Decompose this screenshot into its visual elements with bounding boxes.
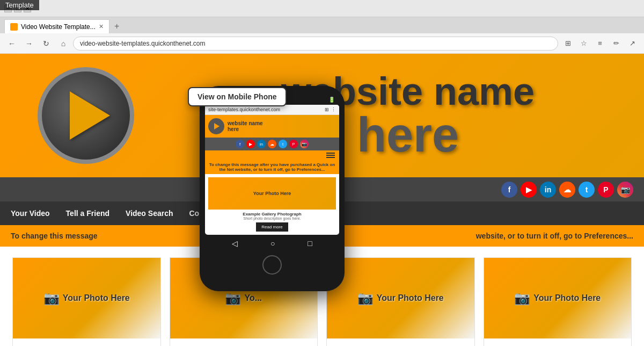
nav-video-galleries[interactable]: Video Galleries ▼ xyxy=(254,209,318,218)
refresh-button[interactable]: ↻ xyxy=(39,36,54,51)
gallery: 📷 Your Photo Here Example Gallery Photog… xyxy=(0,247,644,346)
camera-icon-3: 📷 xyxy=(357,291,374,306)
tab-label: Video Website Template... xyxy=(21,23,96,31)
linkedin-icon[interactable]: in xyxy=(540,182,556,198)
twitter-icon[interactable]: t xyxy=(579,182,595,198)
active-tab[interactable]: Video Website Template... ✕ xyxy=(4,19,109,33)
promo-bar: To change this message website, or to tu… xyxy=(0,225,644,247)
instagram-icon[interactable]: 📷 xyxy=(617,182,633,198)
site-title: website name here xyxy=(281,72,535,159)
gallery-item-2: 📷 Yo... Exam... Short pho... Read more xyxy=(170,257,318,346)
page-content: website name here f ▶ in ☁ t P 📷 Your Vi… xyxy=(0,54,644,346)
gallery-item: 📷 Your Photo Here Example Gallery Photog… xyxy=(12,257,161,346)
dropdown-arrow-icon: ▼ xyxy=(310,209,318,218)
address-text: video-website-templates.quickonthenet.co… xyxy=(80,40,205,47)
browser-chrome: ─ □ ✕ Video Website Template... ✕ + ← → … xyxy=(0,0,644,54)
share-icon[interactable]: ↗ xyxy=(625,36,640,51)
gallery-photo-1: 📷 Your Photo Here xyxy=(13,258,160,338)
promo-text-end: website, or to turn it off, go to Prefer… xyxy=(476,232,633,240)
site-title-line1: website name xyxy=(281,70,535,113)
camera-icon-2: 📷 xyxy=(225,291,241,306)
bookmark-icon[interactable]: ☆ xyxy=(576,36,591,51)
pinterest-icon[interactable]: P xyxy=(598,182,614,198)
site-nav: Your Video Tell a Friend Video Search Co… xyxy=(0,201,644,225)
promo-text: To change this message xyxy=(11,232,98,240)
gallery-photo-4: 📷 Your Photo Here xyxy=(484,258,632,338)
nav-tell-a-friend[interactable]: Tell a Friend xyxy=(66,209,109,218)
nav-video-search[interactable]: Video Search xyxy=(126,209,173,218)
photo-placeholder-1: Your Photo Here xyxy=(63,293,130,303)
social-bar: f ▶ in ☁ t P 📷 xyxy=(0,177,644,201)
nav-bar: ← → ↻ ⌂ video-website-templates.quickont… xyxy=(0,33,644,54)
profile-icon[interactable]: ✏ xyxy=(609,36,624,51)
title-bar: ─ □ ✕ xyxy=(0,0,644,17)
nav-contact-form[interactable]: Contact Form xyxy=(189,209,238,218)
site-title-line2: here xyxy=(281,111,535,159)
back-button[interactable]: ← xyxy=(4,36,19,51)
extensions-icon[interactable]: ⊞ xyxy=(560,36,575,51)
camera-icon-4: 📷 xyxy=(514,291,530,306)
gallery-item-3: 📷 Your Photo Here Example Gallery Photog… xyxy=(326,257,475,346)
play-button[interactable] xyxy=(38,67,134,164)
photo-placeholder-3: Your Photo Here xyxy=(377,293,444,303)
play-triangle-icon xyxy=(70,91,110,140)
site-header: website name here xyxy=(0,54,644,177)
facebook-icon[interactable]: f xyxy=(501,182,517,198)
camera-icon: 📷 xyxy=(43,291,60,306)
address-bar[interactable]: video-website-templates.quickonthenet.co… xyxy=(73,37,558,51)
tab-bar: Video Website Template... ✕ + xyxy=(0,17,644,33)
tab-close-button[interactable]: ✕ xyxy=(99,23,104,30)
soundcloud-icon[interactable]: ☁ xyxy=(559,182,575,198)
photo-placeholder-4: Your Photo Here xyxy=(533,293,601,303)
home-button[interactable]: ⌂ xyxy=(56,36,71,51)
gallery-photo-2: 📷 Yo... xyxy=(170,258,318,338)
gallery-item-4: 📷 Your Photo Here Example Gallery Photog… xyxy=(484,257,632,346)
header-title: website name here xyxy=(172,54,644,177)
new-tab-button[interactable]: + xyxy=(109,19,125,33)
menu-icon[interactable]: ≡ xyxy=(592,36,608,51)
template-badge: Template xyxy=(0,0,39,10)
forward-button[interactable]: → xyxy=(21,36,36,51)
nav-your-video[interactable]: Your Video xyxy=(11,209,50,218)
youtube-icon[interactable]: ▶ xyxy=(521,182,537,198)
nav-icons-right: ⊞ ☆ ≡ ✏ ↗ xyxy=(560,36,640,51)
photo-placeholder-2: Yo... xyxy=(244,293,262,303)
tab-favicon xyxy=(10,23,18,31)
header-logo xyxy=(0,54,172,177)
gallery-photo-3: 📷 Your Photo Here xyxy=(327,258,474,338)
